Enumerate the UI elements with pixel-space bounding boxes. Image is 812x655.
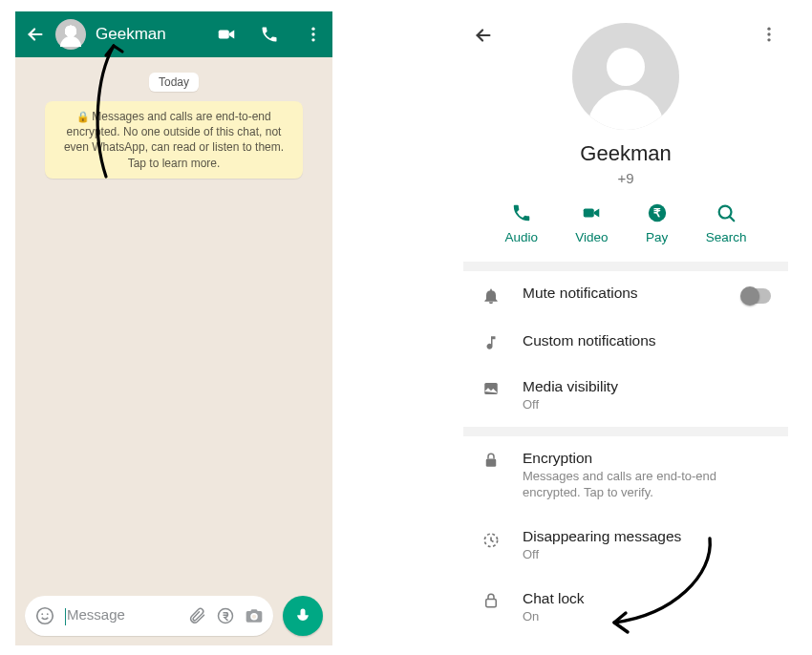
search-action[interactable]: Search <box>706 201 747 244</box>
custom-title: Custom notifications <box>523 332 771 349</box>
payment-icon[interactable] <box>216 606 235 625</box>
chat-screen: Geekman Today 🔒Messages and calls are en… <box>15 11 332 645</box>
encryption-sub: Messages and calls are end-to-end encryp… <box>523 469 771 501</box>
contact-info-screen: Geekman +9 Audio Video ₹ Pay <box>463 6 788 649</box>
video-action[interactable]: Video <box>575 201 608 244</box>
audio-label: Audio <box>505 230 539 244</box>
attach-icon[interactable] <box>187 606 206 625</box>
svg-point-4 <box>37 608 53 624</box>
message-input[interactable]: Message <box>65 606 178 624</box>
disappearing-sub: Off <box>523 547 771 563</box>
phone-icon <box>510 201 533 224</box>
lock-icon <box>481 452 502 469</box>
svg-point-6 <box>47 613 49 615</box>
contact-info-name: Geekman <box>479 141 773 166</box>
svg-point-1 <box>311 28 314 31</box>
svg-point-10 <box>767 32 770 35</box>
svg-point-8 <box>252 615 256 619</box>
image-icon <box>481 380 502 397</box>
voice-call-icon[interactable] <box>260 25 279 44</box>
contact-info-phone: +9 <box>479 170 773 186</box>
chat-lock-sub: On <box>523 609 771 625</box>
audio-action[interactable]: Audio <box>505 201 539 244</box>
back-icon[interactable] <box>473 25 494 50</box>
media-title: Media visibility <box>523 378 771 395</box>
timer-icon <box>481 530 502 549</box>
lock-icon: 🔒 <box>76 111 90 122</box>
svg-point-11 <box>767 38 770 41</box>
search-icon <box>715 201 737 224</box>
contact-name[interactable]: Geekman <box>96 25 166 44</box>
svg-point-9 <box>767 28 770 31</box>
svg-point-2 <box>311 32 314 35</box>
camera-icon[interactable] <box>245 606 264 625</box>
video-call-icon[interactable] <box>216 24 237 45</box>
section-separator <box>463 262 788 271</box>
mute-title: Mute notifications <box>523 285 721 302</box>
svg-point-3 <box>311 38 314 41</box>
contact-info-header: Geekman +9 Audio Video ₹ Pay <box>463 6 788 262</box>
encryption-notice-text: Messages and calls are end-to-end encryp… <box>64 110 284 170</box>
disappearing-messages-row[interactable]: Disappearing messages Off <box>463 515 788 577</box>
action-row: Audio Video ₹ Pay Search <box>479 186 773 262</box>
message-input-box[interactable]: Message <box>25 596 273 636</box>
video-label: Video <box>575 230 608 244</box>
svg-rect-19 <box>486 599 497 606</box>
search-label: Search <box>706 230 747 244</box>
svg-point-7 <box>219 609 233 623</box>
pay-action[interactable]: ₹ Pay <box>646 201 669 244</box>
date-pill: Today <box>149 73 199 92</box>
disappearing-title: Disappearing messages <box>523 528 771 545</box>
chat-header: Geekman <box>15 11 332 57</box>
contact-avatar-large[interactable] <box>572 23 679 130</box>
input-bar: Message <box>25 596 323 636</box>
section-separator <box>463 427 788 436</box>
more-icon[interactable] <box>759 25 779 48</box>
encryption-title: Encryption <box>523 450 771 467</box>
encryption-notice[interactable]: 🔒Messages and calls are end-to-end encry… <box>45 101 303 179</box>
media-sub: Off <box>523 397 771 413</box>
encryption-row[interactable]: Encryption Messages and calls are end-to… <box>463 436 788 515</box>
bell-icon <box>481 286 502 306</box>
chat-lock-row[interactable]: Chat lock On <box>463 577 788 639</box>
mute-toggle[interactable] <box>742 288 771 304</box>
more-icon[interactable] <box>304 25 323 44</box>
svg-text:₹: ₹ <box>653 206 661 220</box>
svg-rect-12 <box>584 208 594 217</box>
mute-notifications-row[interactable]: Mute notifications <box>463 271 788 319</box>
video-icon <box>580 201 603 224</box>
svg-point-5 <box>41 613 43 615</box>
chat-body: Today 🔒Messages and calls are end-to-end… <box>15 57 332 645</box>
rupee-icon: ₹ <box>646 201 669 224</box>
svg-rect-0 <box>219 30 229 38</box>
chat-lock-icon <box>481 592 502 609</box>
contact-avatar[interactable] <box>55 19 86 50</box>
chat-lock-title: Chat lock <box>523 590 771 607</box>
svg-rect-17 <box>486 458 497 466</box>
pay-label: Pay <box>646 230 668 244</box>
media-visibility-row[interactable]: Media visibility Off <box>463 365 788 427</box>
music-note-icon <box>481 334 502 351</box>
emoji-icon[interactable] <box>34 605 55 626</box>
back-icon[interactable] <box>25 24 46 45</box>
mic-button[interactable] <box>283 596 323 636</box>
custom-notifications-row[interactable]: Custom notifications <box>463 319 788 365</box>
